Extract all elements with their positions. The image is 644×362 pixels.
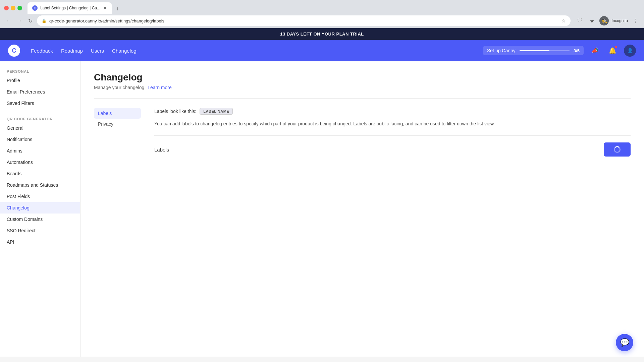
window-minimize-button[interactable] xyxy=(11,6,15,10)
labels-row: Labels xyxy=(154,135,631,157)
labels-row-label: Labels xyxy=(154,147,169,153)
url-text: qr-code-generator.canny.io/admin/setting… xyxy=(49,18,559,23)
page-subtitle: Manage your changelog. Learn more xyxy=(94,85,631,90)
sidebar-item-notifications[interactable]: Notifications xyxy=(0,134,80,145)
nav-changelog[interactable]: Changelog xyxy=(112,47,137,55)
browser-tab[interactable]: C Label Settings | Changelog | Ca... ✕ xyxy=(28,2,112,14)
lock-icon: 🔒 xyxy=(42,18,47,23)
nav-logo[interactable]: C xyxy=(8,45,20,57)
notifications-button[interactable]: 🔔 xyxy=(606,45,619,57)
reload-button[interactable]: ↻ xyxy=(25,16,35,25)
nav-roadmap[interactable]: Roadmap xyxy=(61,47,83,55)
bookmark-icon[interactable]: ★ xyxy=(587,16,597,25)
nav-right: Set up Canny 3/5 📣 🔔 👤 xyxy=(483,45,636,57)
content-inner: Labels Privacy Labels look like this: LA… xyxy=(94,108,631,157)
content-divider xyxy=(94,98,631,99)
sidebar-item-email-preferences[interactable]: Email Preferences xyxy=(0,86,80,98)
profile-icon[interactable]: 🕵 xyxy=(599,16,609,25)
main-layout: PERSONAL Profile Email Preferences Saved… xyxy=(0,61,644,357)
page-title: Changelog xyxy=(94,72,631,83)
main-content: Labels look like this: LABEL NAME You ca… xyxy=(154,108,631,157)
sidebar-item-profile[interactable]: Profile xyxy=(0,75,80,86)
window-close-button[interactable] xyxy=(4,6,9,10)
nav-users[interactable]: Users xyxy=(91,47,104,55)
chat-widget-button[interactable]: 💬 xyxy=(616,334,633,351)
sidebar-item-custom-domains[interactable]: Custom Domains xyxy=(0,214,80,225)
announcements-button[interactable]: 📣 xyxy=(589,45,601,57)
content-nav-labels[interactable]: Labels xyxy=(94,108,141,119)
tab-close-icon[interactable]: ✕ xyxy=(103,5,107,11)
learn-more-link[interactable]: Learn more xyxy=(148,85,172,90)
trial-banner: 13 DAYS LEFT ON YOUR PLAN TRIAL xyxy=(0,28,644,40)
content-nav: Labels Privacy xyxy=(94,108,141,157)
sidebar-item-boards[interactable]: Boards xyxy=(0,168,80,179)
new-tab-button[interactable]: + xyxy=(113,4,122,14)
notification-badge xyxy=(614,45,618,49)
setup-canny-fill xyxy=(520,50,549,51)
chat-icon: 💬 xyxy=(620,338,629,347)
sidebar-item-changelog[interactable]: Changelog xyxy=(0,202,80,214)
label-preview-row: Labels look like this: LABEL NAME xyxy=(154,108,631,115)
sidebar-item-roadmaps[interactable]: Roadmaps and Statuses xyxy=(0,179,80,191)
nav-feedback[interactable]: Feedback xyxy=(31,47,53,55)
menu-icon[interactable]: ⋮ xyxy=(631,16,640,25)
incognito-label: Incognito xyxy=(611,18,628,23)
top-nav: C Feedback Roadmap Users Changelog Set u… xyxy=(0,40,644,61)
label-preview-text: Labels look like this: xyxy=(154,109,196,114)
tab-favicon-icon: C xyxy=(32,5,38,11)
sidebar: PERSONAL Profile Email Preferences Saved… xyxy=(0,61,80,357)
incognito-badge: 🕵 xyxy=(599,16,609,25)
sidebar-item-admins[interactable]: Admins xyxy=(0,145,80,157)
loading-spinner xyxy=(614,146,621,153)
setup-canny-progress xyxy=(520,50,570,51)
nav-links: Feedback Roadmap Users Changelog xyxy=(31,47,472,55)
personal-section-label: PERSONAL xyxy=(0,67,80,75)
setup-canny-bar[interactable]: Set up Canny 3/5 xyxy=(483,46,584,55)
org-section-label: QR CODE GENERATOR xyxy=(0,114,80,122)
tab-title: Label Settings | Changelog | Ca... xyxy=(40,6,100,10)
setup-canny-label: Set up Canny xyxy=(487,48,516,53)
sidebar-item-automations[interactable]: Automations xyxy=(0,157,80,168)
sidebar-item-sso-redirect[interactable]: SSO Redirect xyxy=(0,225,80,236)
extension-icon[interactable]: 🛡 xyxy=(575,16,585,25)
add-label-button[interactable] xyxy=(604,142,631,157)
content-nav-privacy[interactable]: Privacy xyxy=(94,119,141,129)
forward-button[interactable]: → xyxy=(15,16,24,25)
address-bar[interactable]: 🔒 qr-code-generator.canny.io/admin/setti… xyxy=(37,15,571,26)
sidebar-item-post-fields[interactable]: Post Fields xyxy=(0,191,80,202)
sidebar-item-saved-filters[interactable]: Saved Filters xyxy=(0,98,80,109)
description-text: You can add labels to changelog entries … xyxy=(154,120,631,127)
sidebar-item-api[interactable]: API xyxy=(0,236,80,248)
star-icon[interactable]: ☆ xyxy=(561,18,566,23)
window-maximize-button[interactable] xyxy=(17,6,22,10)
sidebar-item-general[interactable]: General xyxy=(0,122,80,134)
label-chip: LABEL NAME xyxy=(200,108,233,115)
avatar-button[interactable]: 👤 xyxy=(624,45,636,57)
content-area: Changelog Manage your changelog. Learn m… xyxy=(80,61,644,357)
setup-canny-count: 3/5 xyxy=(574,48,580,53)
back-button[interactable]: ← xyxy=(4,16,13,25)
